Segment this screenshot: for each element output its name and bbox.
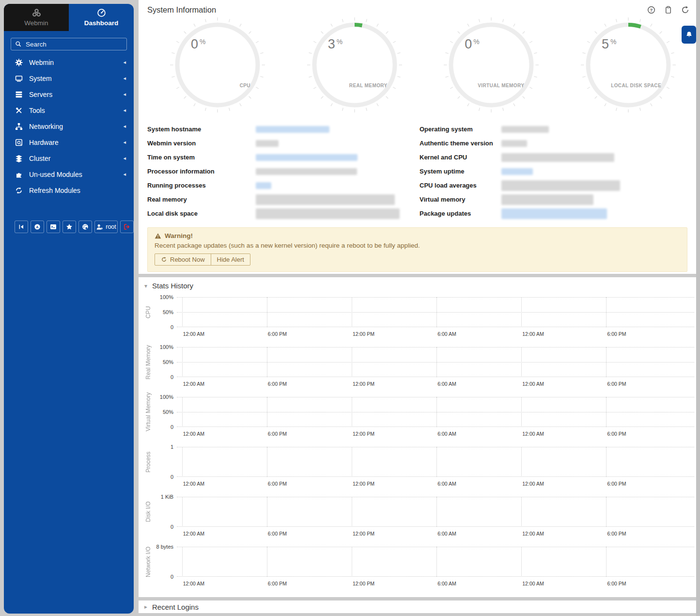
badge-a-icon: A bbox=[34, 223, 41, 230]
info-label: Authentic theme version bbox=[420, 140, 501, 147]
x-tick-label: 12:00 AM bbox=[521, 531, 544, 537]
info-row-authentic-theme-version: Authentic theme version bbox=[420, 136, 696, 150]
hide-alert-button[interactable]: Hide Alert bbox=[211, 253, 250, 266]
sidebar-item-servers[interactable]: Servers ◂ bbox=[4, 86, 134, 102]
y-tick-label: 1 KiB bbox=[139, 494, 173, 500]
info-row-kernel-and-cpu: Kernel and CPU bbox=[420, 150, 696, 164]
sidebar-item-label: Un-used Modules bbox=[29, 171, 82, 178]
tab-webmin[interactable]: Webmin bbox=[4, 4, 69, 31]
y-tick-label: 0 bbox=[139, 474, 173, 480]
x-tick-label: 6:00 AM bbox=[436, 431, 456, 437]
gauge-label: REAL MEMORY bbox=[349, 83, 388, 88]
user-account-label: root bbox=[106, 223, 116, 230]
x-tick-label: 12:00 PM bbox=[352, 431, 374, 437]
search-input[interactable]: Search bbox=[11, 38, 127, 50]
header-icons: ? bbox=[647, 6, 689, 15]
sidebar-item-networking[interactable]: Networking ◂ bbox=[4, 118, 134, 134]
favorites-button[interactable] bbox=[62, 221, 76, 233]
sidebar-item-system[interactable]: System ◂ bbox=[4, 70, 134, 86]
info-label: Webmin version bbox=[147, 140, 256, 147]
sidebar-menu: Webmin ◂ System ◂ Servers ◂ Tools ◂ Netw… bbox=[4, 54, 134, 198]
y-tick-label: 0 bbox=[139, 324, 173, 330]
warning-message: Recent package updates (such as a new ke… bbox=[155, 242, 680, 249]
sidebar-item-webmin[interactable]: Webmin ◂ bbox=[4, 54, 134, 70]
puzzle-icon bbox=[15, 171, 23, 178]
redacted-value bbox=[256, 140, 279, 147]
info-label: Real memory bbox=[147, 196, 256, 203]
x-tick-label: 6:00 PM bbox=[267, 531, 287, 537]
info-row-time-on-system: Time on system bbox=[147, 150, 420, 164]
x-tick-label: 6:00 PM bbox=[267, 381, 287, 387]
logout-button[interactable] bbox=[120, 221, 134, 233]
refresh-icon bbox=[161, 256, 167, 263]
chart-plot-area bbox=[177, 297, 694, 327]
stats-history-title: Stats History bbox=[152, 282, 193, 290]
x-tick-label: 6:00 PM bbox=[606, 331, 626, 337]
sidebar-tabs: Webmin Dashboard bbox=[4, 4, 134, 31]
sidebar-item-label: Tools bbox=[29, 107, 45, 114]
y-tick-label: 1 bbox=[139, 444, 173, 450]
info-row-system-uptime: System uptime bbox=[420, 164, 696, 178]
info-label: CPU load averages bbox=[420, 182, 501, 189]
system-information-panel: System Information ? 0% CPU 3% REAL MEMO… bbox=[139, 0, 696, 274]
terminal-button[interactable] bbox=[47, 221, 60, 233]
stats-history-toggle[interactable]: ▾ Stats History bbox=[139, 277, 696, 292]
info-row-webmin-version: Webmin version bbox=[147, 136, 420, 150]
y-tick-label: 50% bbox=[139, 409, 173, 415]
info-label: System uptime bbox=[420, 168, 501, 175]
x-tick-label: 6:00 AM bbox=[436, 331, 456, 337]
tab-dashboard-label: Dashboard bbox=[84, 19, 119, 27]
x-tick-label: 12:00 PM bbox=[352, 581, 374, 586]
y-tick-label: 8 bytes bbox=[139, 544, 173, 550]
scrollbar[interactable] bbox=[696, 0, 700, 616]
chart-plot-area bbox=[177, 347, 694, 377]
info-label: System hostname bbox=[147, 126, 256, 133]
x-tick-label: 12:00 AM bbox=[182, 431, 204, 437]
sidebar-item-tools[interactable]: Tools ◂ bbox=[4, 102, 134, 118]
gauge-label: VIRTUAL MEMORY bbox=[478, 83, 524, 88]
recent-logins-panel[interactable]: ▸ Recent Logins bbox=[139, 600, 696, 613]
x-tick-label: 12:00 PM bbox=[352, 331, 374, 337]
redacted-value bbox=[256, 208, 400, 219]
y-tick-label: 0 bbox=[139, 574, 173, 580]
info-label: Running processes bbox=[147, 182, 256, 189]
gauge-value: 3% bbox=[328, 37, 342, 52]
sidebar-item-cluster[interactable]: Cluster ◂ bbox=[4, 150, 134, 166]
theme-options-button[interactable]: A bbox=[31, 221, 44, 233]
y-tick-label: 0 bbox=[139, 424, 173, 430]
theme-palette-button[interactable] bbox=[78, 221, 92, 233]
collapse-sidebar-button[interactable] bbox=[15, 221, 28, 233]
collapse-icon bbox=[18, 223, 25, 230]
user-account-button[interactable]: root bbox=[94, 221, 118, 233]
redacted-value bbox=[256, 182, 271, 189]
gauge-value: 0% bbox=[465, 37, 479, 52]
search-placeholder: Search bbox=[26, 41, 47, 48]
info-label: Package updates bbox=[420, 210, 501, 217]
chart-axis-label: Network I/O bbox=[144, 547, 152, 577]
sidebar-item-refresh-modules[interactable]: Refresh Modules bbox=[4, 182, 134, 198]
dashboard-icon bbox=[97, 8, 106, 17]
x-tick-label: 6:00 PM bbox=[267, 581, 287, 586]
tab-dashboard[interactable]: Dashboard bbox=[69, 4, 134, 31]
reboot-now-button[interactable]: Reboot Now bbox=[155, 253, 211, 266]
clipboard-icon[interactable] bbox=[664, 6, 672, 15]
info-label: Operating system bbox=[420, 126, 501, 133]
refresh-icon[interactable] bbox=[681, 6, 689, 15]
gear-icon bbox=[15, 59, 23, 66]
y-tick-label: 100% bbox=[139, 344, 173, 350]
redacted-value bbox=[501, 168, 533, 175]
sidebar-item-label: Webmin bbox=[29, 59, 54, 66]
refresh-icon bbox=[15, 187, 23, 194]
notifications-button[interactable] bbox=[682, 26, 696, 44]
x-tick-label: 6:00 PM bbox=[267, 481, 287, 487]
monitor-icon bbox=[15, 75, 23, 82]
warning-alert: Warning! Recent package updates (such as… bbox=[147, 227, 687, 272]
help-icon[interactable]: ? bbox=[647, 6, 655, 15]
sidebar-item-un-used-modules[interactable]: Un-used Modules ◂ bbox=[4, 166, 134, 182]
search-icon bbox=[15, 41, 22, 47]
x-tick-label: 12:00 AM bbox=[182, 331, 204, 337]
sidebar-item-hardware[interactable]: Hardware ◂ bbox=[4, 134, 134, 150]
stats-charts: CPU 100% 50% 0 12:00 AM6:00 PM12:00 PM6:… bbox=[139, 292, 696, 593]
sidebar-item-label: Servers bbox=[29, 91, 52, 98]
info-label: Time on system bbox=[147, 154, 256, 161]
